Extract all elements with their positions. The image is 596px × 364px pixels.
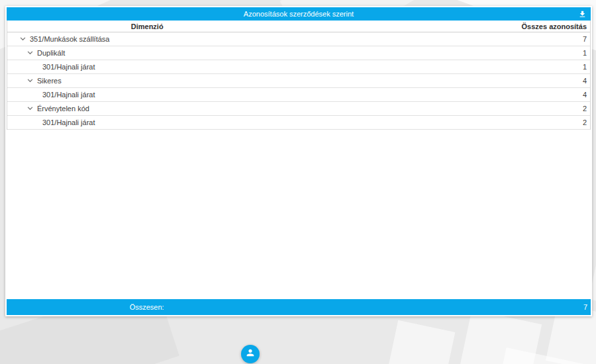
report-title: Azonosítások szerződések szerint bbox=[244, 10, 354, 18]
table-row[interactable]: Sikeres 4 bbox=[7, 74, 590, 88]
row-value: 2 bbox=[287, 118, 590, 126]
table-row[interactable]: 351/Munkások szállítása 7 bbox=[7, 32, 590, 46]
tree-table: Dimenzió Összes azonosítás 351/Munkások … bbox=[7, 21, 591, 130]
report-panel: Azonosítások szerződések szerint Dimenzi… bbox=[5, 6, 592, 316]
row-value: 7 bbox=[287, 35, 590, 43]
row-value: 1 bbox=[287, 49, 590, 57]
row-value: 2 bbox=[287, 105, 590, 113]
row-value: 4 bbox=[287, 77, 590, 85]
table-footer-bar: Összesen: 7 bbox=[7, 299, 591, 315]
row-label: 301/Hajnali járat bbox=[7, 63, 95, 71]
column-header-total: Összes azonosítás bbox=[287, 23, 590, 30]
chevron-down-icon[interactable] bbox=[26, 105, 33, 112]
table-row: 301/Hajnali járat 4 bbox=[7, 88, 590, 102]
row-label: Érvénytelen kód bbox=[33, 105, 89, 113]
user-button[interactable] bbox=[241, 345, 260, 363]
user-icon bbox=[245, 347, 256, 361]
background-map-block bbox=[387, 320, 456, 364]
row-label: 351/Munkások szállítása bbox=[26, 35, 109, 43]
report-title-bar: Azonosítások szerződések szerint bbox=[7, 7, 591, 21]
chevron-down-icon[interactable] bbox=[26, 77, 33, 84]
table-row: 301/Hajnali járat 1 bbox=[7, 60, 590, 74]
table-row[interactable]: Érvénytelen kód 2 bbox=[7, 102, 590, 116]
panel-empty-area bbox=[7, 130, 591, 299]
table-row[interactable]: Duplikált 1 bbox=[7, 46, 590, 60]
chevron-down-icon[interactable] bbox=[19, 36, 26, 42]
row-label: Duplikált bbox=[33, 49, 65, 57]
footer-total-value: 7 bbox=[287, 303, 591, 311]
footer-total-label: Összesen: bbox=[7, 303, 287, 311]
row-value: 4 bbox=[287, 91, 590, 99]
row-label: 301/Hajnali járat bbox=[7, 118, 95, 126]
chevron-down-icon[interactable] bbox=[26, 50, 33, 56]
row-label: Sikeres bbox=[33, 77, 62, 85]
download-button[interactable] bbox=[577, 9, 587, 19]
row-label: 301/Hajnali járat bbox=[7, 91, 95, 99]
table-row: 301/Hajnali járat 2 bbox=[7, 116, 590, 130]
row-value: 1 bbox=[287, 63, 590, 71]
download-icon bbox=[578, 10, 587, 19]
column-header-dimension: Dimenzió bbox=[7, 23, 287, 30]
table-header-row: Dimenzió Összes azonosítás bbox=[7, 21, 590, 32]
